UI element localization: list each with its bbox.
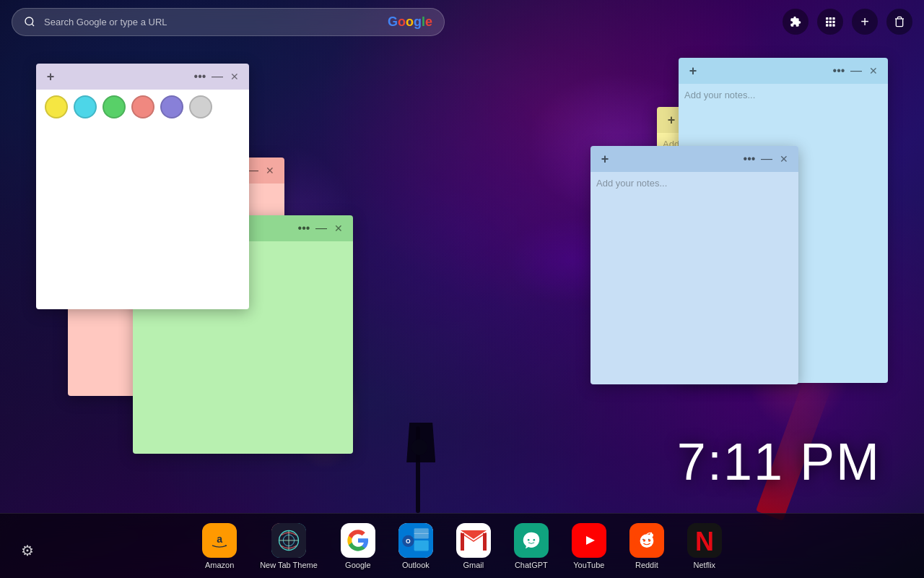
- note4-titlebar: + ••• — ✕: [679, 58, 888, 84]
- dock-label-amazon: Amazon: [205, 561, 234, 569]
- svg-text:O: O: [406, 537, 411, 544]
- note3-close-button[interactable]: ✕: [330, 220, 347, 237]
- svg-rect-2: [829, 17, 832, 20]
- note1-color-picker: [36, 90, 249, 124]
- newtab-icon: [271, 523, 306, 558]
- google-g-logo: Google: [388, 14, 432, 30]
- topbar-right: +: [783, 9, 912, 35]
- note1-add-button[interactable]: +: [42, 68, 59, 85]
- note1-close-button[interactable]: ✕: [226, 68, 243, 85]
- svg-point-36: [650, 532, 652, 533]
- dock-item-chatgpt[interactable]: ChatGPT: [508, 520, 554, 572]
- google-logo: Search Google or type a URL: [44, 17, 167, 27]
- sticky-note-lavender: + ••• — ✕: [36, 64, 249, 309]
- dock-item-youtube[interactable]: YouTube: [566, 520, 612, 572]
- svg-point-0: [25, 17, 33, 25]
- dock-item-amazon[interactable]: a Amazon: [196, 520, 243, 572]
- dock-item-reddit[interactable]: Reddit: [624, 520, 670, 572]
- note1-body[interactable]: [36, 124, 249, 309]
- note6-menu-button[interactable]: •••: [741, 150, 758, 168]
- add-icon[interactable]: +: [852, 9, 878, 35]
- delete-icon[interactable]: [886, 9, 912, 35]
- topbar: Search Google or type a URL Google +: [0, 0, 924, 43]
- outlook-icon: O: [398, 523, 433, 558]
- search-icon: [24, 16, 35, 27]
- apps-icon[interactable]: [817, 9, 843, 35]
- dock-label-gmail: Gmail: [463, 561, 484, 569]
- svg-rect-1: [826, 17, 828, 20]
- note1-menu-button[interactable]: •••: [191, 68, 209, 85]
- note4-close-button[interactable]: ✕: [865, 62, 882, 79]
- google-icon: [341, 523, 375, 558]
- svg-rect-24: [461, 533, 464, 551]
- svg-rect-20: [414, 540, 428, 551]
- svg-text:N: N: [695, 527, 714, 556]
- svg-rect-7: [826, 24, 828, 26]
- clock: 7:11 PM: [677, 432, 881, 491]
- note3-menu-button[interactable]: •••: [295, 220, 313, 237]
- color-cyan[interactable]: [74, 95, 97, 118]
- svg-rect-6: [832, 21, 834, 23]
- note1-minimize-button[interactable]: —: [209, 68, 226, 85]
- dock-label-youtube: YouTube: [573, 561, 604, 569]
- dock-item-netflix[interactable]: N Netflix: [681, 520, 728, 572]
- svg-point-27: [528, 539, 530, 541]
- dock-label-outlook: Outlook: [402, 561, 430, 569]
- dock-label-netflix: Netflix: [694, 561, 716, 569]
- note5-add-button[interactable]: +: [663, 111, 680, 129]
- note6-minimize-button[interactable]: —: [758, 150, 775, 168]
- svg-rect-8: [829, 24, 832, 26]
- taskbar: a Amazon New Tab Theme: [0, 513, 924, 578]
- svg-point-40: [648, 538, 649, 539]
- gmail-icon: [456, 523, 491, 558]
- color-gray[interactable]: [189, 95, 212, 118]
- color-pink[interactable]: [131, 95, 154, 118]
- dock-label-reddit: Reddit: [635, 561, 658, 569]
- note2-close-button[interactable]: ✕: [261, 162, 279, 179]
- amazon-icon: a: [202, 523, 237, 558]
- svg-rect-9: [832, 24, 834, 26]
- svg-point-28: [533, 539, 535, 541]
- note6-close-button[interactable]: ✕: [775, 150, 793, 168]
- dock-item-gmail[interactable]: Gmail: [450, 520, 497, 572]
- youtube-icon: [572, 523, 606, 558]
- chatgpt-icon: [514, 523, 549, 558]
- settings-button[interactable]: ⚙: [14, 538, 40, 564]
- dock-item-newtab[interactable]: New Tab Theme: [254, 520, 323, 572]
- note4-minimize-button[interactable]: —: [847, 62, 865, 79]
- svg-point-39: [642, 538, 643, 539]
- color-yellow[interactable]: [45, 95, 68, 118]
- dock-label-newtab: New Tab Theme: [260, 561, 318, 569]
- extension-icon[interactable]: [783, 9, 808, 35]
- sticky-note-lightblue-front: + ••• — ✕ Add your notes...: [590, 146, 798, 384]
- note3-minimize-button[interactable]: —: [313, 220, 330, 237]
- search-bar[interactable]: Search Google or type a URL Google: [12, 8, 445, 36]
- note1-titlebar: + ••• — ✕: [36, 64, 249, 90]
- note6-body[interactable]: Add your notes...: [590, 172, 798, 384]
- note4-menu-button[interactable]: •••: [830, 62, 847, 79]
- svg-rect-3: [832, 17, 834, 20]
- color-purple[interactable]: [160, 95, 183, 118]
- note6-titlebar: + ••• — ✕: [590, 146, 798, 172]
- note6-placeholder: Add your notes...: [596, 178, 667, 189]
- reddit-icon: [629, 523, 664, 558]
- svg-rect-4: [826, 21, 828, 23]
- svg-rect-25: [483, 533, 487, 551]
- color-green[interactable]: [103, 95, 126, 118]
- svg-rect-5: [829, 21, 832, 23]
- note6-add-button[interactable]: +: [596, 150, 614, 168]
- dock-label-chatgpt: ChatGPT: [515, 561, 548, 569]
- dock-label-google: Google: [345, 561, 370, 569]
- svg-point-35: [650, 533, 653, 537]
- note4-placeholder: Add your notes...: [684, 90, 755, 100]
- netflix-icon: N: [687, 523, 722, 558]
- note4-add-button[interactable]: +: [684, 62, 702, 79]
- svg-text:a: a: [217, 532, 222, 544]
- dock-item-google[interactable]: Google: [335, 520, 381, 572]
- dock-item-outlook[interactable]: O Outlook: [393, 520, 439, 572]
